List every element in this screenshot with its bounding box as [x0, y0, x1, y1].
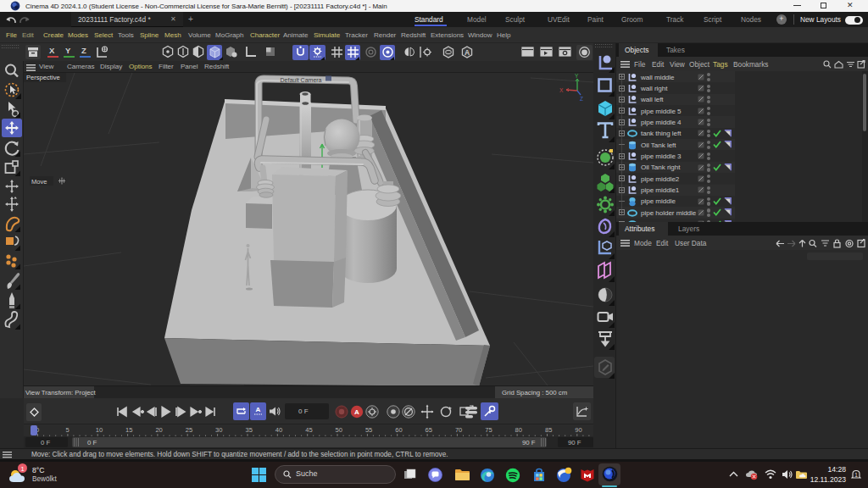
- svg-text:A: A: [256, 406, 261, 413]
- svg-text:1: 1: [854, 472, 858, 478]
- svg-text:X: X: [559, 87, 564, 93]
- svg-text:Perspective: Perspective: [26, 74, 60, 81]
- svg-text:Y: Y: [575, 73, 579, 79]
- svg-text:Default Camera: Default Camera: [280, 77, 321, 83]
- svg-text:A: A: [354, 408, 359, 416]
- svg-text:Move: Move: [31, 178, 47, 186]
- svg-text:Z: Z: [580, 96, 583, 102]
- svg-text:A: A: [465, 48, 470, 57]
